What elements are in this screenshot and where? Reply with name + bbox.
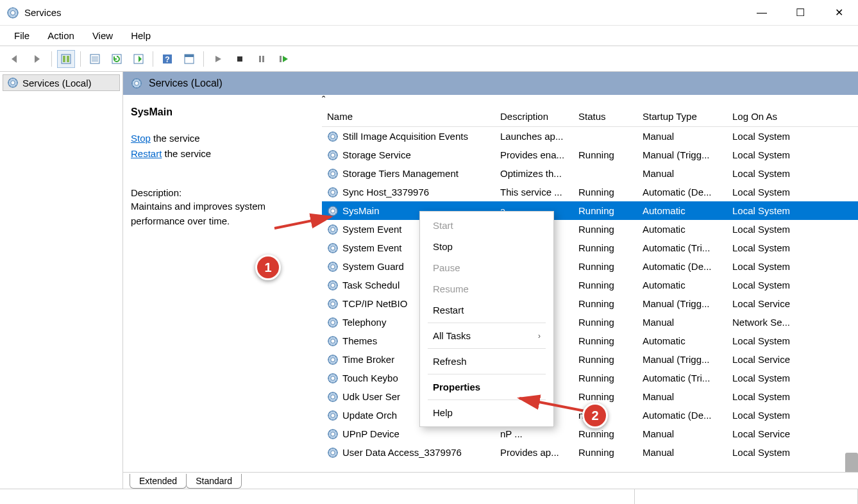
service-logon-cell: Local System (727, 391, 817, 402)
restart-service-link[interactable]: Restart (131, 148, 162, 159)
service-row[interactable]: Themesse...RunningAutomaticLocal System (322, 332, 858, 350)
service-desc-cell: Optimizes th... (495, 168, 573, 179)
column-status-header[interactable]: Status (573, 107, 637, 126)
gear-icon (327, 280, 339, 291)
service-startup-cell: Automatic (De... (637, 410, 727, 421)
service-logon-cell: Local System (727, 242, 817, 253)
service-row[interactable]: Storage ServiceProvides ena...RunningMan… (322, 146, 858, 164)
gear-icon (131, 78, 142, 89)
service-row[interactable]: Sync Host_3379976This service ...Running… (322, 183, 858, 201)
service-row[interactable]: System Guardan...RunningAutomatic (De...… (322, 257, 858, 276)
service-startup-cell: Automatic (637, 335, 727, 346)
service-name-cell: Storage Service (342, 149, 411, 160)
column-description-header[interactable]: Description (495, 107, 573, 126)
context-restart[interactable]: Restart (420, 299, 553, 321)
service-row[interactable]: Storage Tiers ManagementOptimizes th...M… (322, 164, 858, 183)
column-name-header[interactable]: Name (322, 107, 495, 126)
gear-icon (327, 447, 339, 458)
toolbar-export-button[interactable] (130, 50, 147, 68)
service-name-cell: Time Broker (342, 354, 394, 365)
service-status-cell: Running (573, 242, 637, 253)
toolbar-properties-button[interactable] (86, 50, 104, 68)
svg-rect-14 (185, 55, 194, 57)
menu-help[interactable]: Help (123, 28, 158, 44)
service-logon-cell: Local System (727, 410, 817, 421)
column-startup-header[interactable]: Startup Type (637, 107, 727, 126)
service-desc-cell: This service ... (495, 187, 573, 197)
service-name-cell: System Event (342, 242, 402, 253)
service-name-cell: Telephony (342, 317, 386, 328)
service-startup-cell: Manual (Trigg... (637, 298, 727, 309)
service-logon-cell: Local System (727, 131, 817, 142)
annotation-marker-2: 2 (582, 403, 608, 428)
service-name-cell: System Guard (342, 261, 404, 272)
service-name-cell: System Event (342, 224, 402, 235)
context-stop[interactable]: Stop (420, 236, 553, 257)
gear-icon (327, 149, 339, 161)
toolbar-refresh-button[interactable] (108, 50, 126, 68)
menu-view[interactable]: View (85, 28, 121, 44)
column-logon-header[interactable]: Log On As (727, 107, 817, 126)
svg-rect-18 (280, 56, 282, 62)
toolbar-restart-button[interactable] (274, 50, 292, 68)
service-startup-cell: Manual (637, 447, 727, 458)
service-name-cell: Udk User Ser (342, 391, 400, 402)
tree-root-item[interactable]: Services (Local) (3, 74, 120, 91)
service-status-cell: Running (573, 317, 637, 328)
tab-standard[interactable]: Standard (186, 474, 242, 489)
minimize-button[interactable]: — (743, 0, 781, 25)
tab-extended[interactable]: Extended (130, 474, 187, 489)
gear-icon (327, 187, 339, 198)
service-startup-cell: Automatic (De... (637, 187, 727, 197)
service-logon-cell: Local System (727, 373, 817, 383)
toolbar-detail-button[interactable] (57, 50, 75, 68)
gear-icon (327, 354, 339, 365)
forward-button[interactable] (28, 50, 46, 68)
service-status-cell: Running (573, 373, 637, 383)
service-row[interactable]: TCP/IP NetBIOup...RunningManual (Trigg..… (322, 294, 858, 313)
description-label: Description: (131, 187, 314, 198)
service-name-cell: Touch Keybo (342, 373, 398, 383)
context-resume: Resume (420, 278, 553, 299)
service-row[interactable]: User Data Access_3379976Provides ap...Ru… (322, 443, 858, 462)
service-startup-cell: Automatic (De... (637, 261, 727, 272)
context-all-tasks[interactable]: All Tasks› (420, 325, 553, 346)
back-button[interactable] (6, 50, 24, 68)
menu-action[interactable]: Action (40, 28, 82, 44)
selected-service-name: SysMain (131, 106, 314, 118)
service-name-cell: Task Schedul (342, 280, 400, 290)
service-row[interactable]: Still Image Acquisition EventsLaunches a… (322, 127, 858, 146)
svg-line-19 (274, 217, 331, 228)
scrollbar-thumb[interactable] (845, 453, 858, 472)
svg-rect-17 (262, 56, 264, 62)
service-name-cell: Themes (342, 335, 377, 346)
service-row[interactable]: SysMaina...RunningAutomaticLocal System (322, 201, 858, 220)
toolbar-stop-button[interactable] (231, 50, 249, 68)
toolbar-options-button[interactable] (180, 50, 198, 68)
service-row[interactable]: Task Schedulus...RunningAutomaticLocal S… (322, 276, 858, 294)
service-logon-cell: Local Service (727, 428, 817, 439)
service-startup-cell: Manual (637, 428, 727, 439)
service-row[interactable]: System Eventes ...RunningAutomatic (Tri.… (322, 239, 858, 257)
window-title: Services (24, 7, 62, 18)
toolbar-pause-button[interactable] (253, 50, 271, 68)
context-refresh[interactable]: Refresh (420, 351, 553, 372)
annotation-marker-1: 1 (255, 255, 281, 280)
stop-service-link[interactable]: Stop (131, 133, 151, 144)
annotation-arrow-2 (513, 393, 590, 415)
service-row[interactable]: System Eventsy...RunningAutomaticLocal S… (322, 220, 858, 239)
toolbar-start-button[interactable] (209, 50, 227, 68)
service-startup-cell: Manual (Trigg... (637, 354, 727, 365)
menu-file[interactable]: File (6, 28, 37, 44)
service-logon-cell: Local System (727, 280, 817, 290)
close-button[interactable]: ✕ (820, 0, 858, 25)
service-row[interactable]: Time Brokeres ...RunningManual (Trigg...… (322, 350, 858, 369)
service-name-cell: Storage Tiers Management (342, 168, 458, 179)
maximize-button[interactable]: ☐ (781, 0, 820, 25)
service-desc-cell: Launches ap... (495, 131, 573, 142)
service-row[interactable]: Telephonyel...RunningManualNetwork Se... (322, 313, 858, 332)
service-row[interactable]: Touch Keybos ...RunningAutomatic (Tri...… (322, 369, 858, 387)
svg-rect-3 (63, 56, 65, 62)
toolbar-help-button[interactable]: ? (158, 50, 176, 68)
service-desc-cell: nP ... (495, 428, 573, 439)
